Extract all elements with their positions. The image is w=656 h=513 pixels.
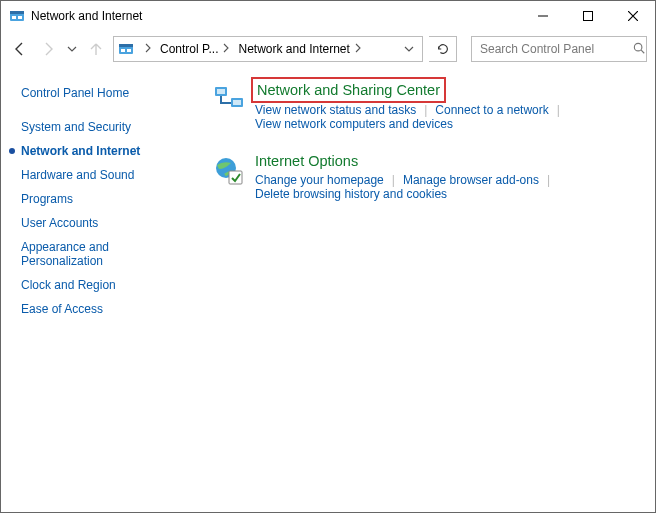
minimize-button[interactable]	[520, 1, 565, 31]
svg-rect-12	[217, 89, 225, 94]
breadcrumb-label: Network and Internet	[238, 42, 349, 56]
sidebar-item-system-security[interactable]: System and Security	[21, 115, 193, 139]
link-change-homepage[interactable]: Change your homepage	[255, 173, 384, 187]
link-manage-addons[interactable]: Manage browser add-ons	[403, 173, 539, 187]
window-title: Network and Internet	[31, 9, 520, 23]
sidebar-item-appearance[interactable]: Appearance and Personalization	[21, 235, 193, 273]
active-indicator	[9, 148, 15, 154]
window-controls	[520, 1, 655, 31]
sidebar-item-clock-region[interactable]: Clock and Region	[21, 273, 193, 297]
divider: |	[557, 103, 560, 117]
sidebar-item-hardware-sound[interactable]: Hardware and Sound	[21, 163, 193, 187]
svg-rect-3	[18, 16, 22, 19]
svg-rect-1	[10, 11, 24, 14]
control-panel-icon	[9, 8, 25, 24]
svg-rect-13	[233, 100, 241, 105]
sidebar-item-control-panel-home[interactable]: Control Panel Home	[21, 81, 193, 105]
chevron-right-icon	[222, 42, 230, 56]
chevron-right-icon	[354, 42, 362, 56]
refresh-button[interactable]	[429, 36, 457, 62]
sidebar-item-programs[interactable]: Programs	[21, 187, 193, 211]
breadcrumb-current[interactable]: Network and Internet	[234, 42, 365, 56]
maximize-button[interactable]	[565, 1, 610, 31]
address-bar[interactable]: Control P... Network and Internet	[113, 36, 423, 62]
sidebar-item-label: Clock and Region	[21, 278, 116, 292]
close-button[interactable]	[610, 1, 655, 31]
search-box[interactable]	[471, 36, 647, 62]
internet-options-link[interactable]: Internet Options	[255, 153, 358, 169]
sidebar-item-label: Appearance and Personalization	[21, 240, 193, 268]
svg-rect-15	[229, 171, 242, 184]
svg-point-9	[634, 43, 642, 51]
divider: |	[424, 103, 427, 117]
sidebar-item-label: Network and Internet	[21, 144, 140, 158]
divider: |	[547, 173, 550, 187]
section-network-sharing: Network and Sharing Center View network …	[213, 81, 637, 131]
search-input[interactable]	[478, 41, 632, 57]
svg-rect-4	[583, 12, 592, 21]
sidebar-item-label: System and Security	[21, 120, 131, 134]
section-internet-options: Internet Options Change your homepage | …	[213, 153, 637, 201]
sidebar-item-ease-of-access[interactable]: Ease of Access	[21, 297, 193, 321]
sidebar-item-network-internet[interactable]: Network and Internet	[21, 139, 193, 163]
title-bar: Network and Internet	[1, 1, 655, 31]
network-sharing-center-link[interactable]: Network and Sharing Center	[255, 81, 442, 99]
breadcrumb-root[interactable]	[136, 42, 156, 56]
sidebar-item-label: Ease of Access	[21, 302, 103, 316]
sidebar: Control Panel Home System and Security N…	[1, 67, 201, 512]
toolbar: Control P... Network and Internet	[1, 31, 655, 67]
sidebar-item-label: Control Panel Home	[21, 86, 129, 100]
sidebar-item-label: User Accounts	[21, 216, 98, 230]
up-button[interactable]	[85, 35, 107, 63]
forward-button[interactable]	[37, 35, 59, 63]
content-pane: Network and Sharing Center View network …	[201, 67, 655, 512]
internet-options-icon	[213, 155, 245, 187]
link-view-network-computers[interactable]: View network computers and devices	[255, 117, 453, 131]
link-delete-history[interactable]: Delete browsing history and cookies	[255, 187, 447, 201]
divider: |	[392, 173, 395, 187]
link-connect-network[interactable]: Connect to a network	[435, 103, 548, 117]
sidebar-item-label: Hardware and Sound	[21, 168, 134, 182]
svg-rect-7	[121, 49, 125, 52]
svg-rect-6	[119, 44, 133, 47]
sidebar-item-user-accounts[interactable]: User Accounts	[21, 211, 193, 235]
sidebar-item-label: Programs	[21, 192, 73, 206]
body: Control Panel Home System and Security N…	[1, 67, 655, 512]
chevron-right-icon	[144, 42, 152, 56]
back-button[interactable]	[9, 35, 31, 63]
search-icon[interactable]	[632, 41, 646, 58]
address-dropdown[interactable]	[400, 37, 418, 61]
recent-locations-button[interactable]	[65, 35, 79, 63]
breadcrumb-control-panel[interactable]: Control P...	[156, 42, 234, 56]
svg-rect-8	[127, 49, 131, 52]
svg-rect-2	[12, 16, 16, 19]
network-sharing-icon	[213, 83, 245, 115]
link-view-network-status[interactable]: View network status and tasks	[255, 103, 416, 117]
control-panel-icon	[118, 41, 134, 57]
breadcrumb-label: Control P...	[160, 42, 218, 56]
